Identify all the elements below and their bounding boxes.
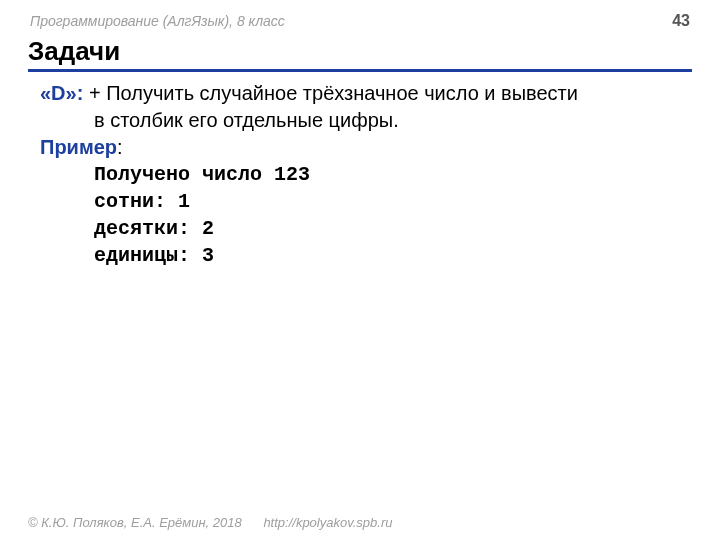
example-label: Пример xyxy=(40,136,117,158)
example-output-3: десятки: 2 xyxy=(40,215,692,242)
problem-line-1: «D»: + Получить случайное трёхзначное чи… xyxy=(40,80,692,107)
copyright: © К.Ю. Поляков, Е.А. Ерёмин, 2018 xyxy=(28,515,242,530)
example-output-1: Получено число 123 xyxy=(40,161,692,188)
problem-label: «D»: xyxy=(40,82,83,104)
example-output-4: единицы: 3 xyxy=(40,242,692,269)
slide: Программирование (АлгЯзык), 8 класс 43 З… xyxy=(0,0,720,540)
page-title: Задачи xyxy=(28,36,692,72)
page-number: 43 xyxy=(672,12,690,30)
content: «D»: + Получить случайное трёхзначное чи… xyxy=(28,80,692,269)
example-colon: : xyxy=(117,136,123,158)
problem-text-1: + Получить случайное трёхзначное число и… xyxy=(83,82,578,104)
example-output-2: сотни: 1 xyxy=(40,188,692,215)
problem-line-2: в столбик его отдельные цифры. xyxy=(40,107,692,134)
course-label: Программирование (АлгЯзык), 8 класс xyxy=(30,13,285,29)
footer: © К.Ю. Поляков, Е.А. Ерёмин, 2018 http:/… xyxy=(28,515,392,530)
header-row: Программирование (АлгЯзык), 8 класс 43 xyxy=(28,12,692,30)
example-line: Пример: xyxy=(40,134,692,161)
footer-url: http://kpolyakov.spb.ru xyxy=(263,515,392,530)
